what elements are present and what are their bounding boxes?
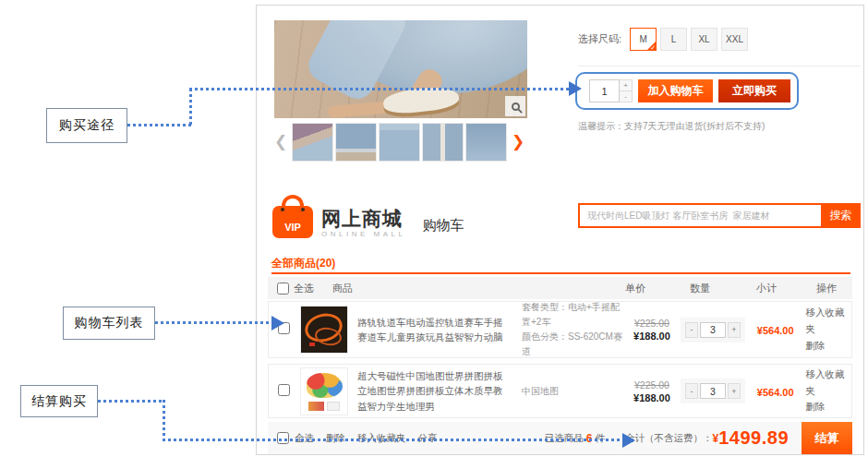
annotation-connector bbox=[163, 400, 165, 440]
total-amount: 1499.89 bbox=[718, 427, 789, 449]
magnifier-icon bbox=[512, 102, 520, 111]
search-bar: 搜索 bbox=[578, 203, 861, 228]
bag-dot bbox=[301, 208, 305, 211]
quantity-stepper: + - bbox=[589, 79, 633, 102]
current-price: ¥188.00 bbox=[623, 331, 681, 342]
annotation-connector bbox=[189, 89, 192, 126]
row-quantity-input[interactable] bbox=[700, 383, 726, 399]
spec-line: 颜色分类：SS-620CM赛道 bbox=[522, 330, 623, 359]
size-selector: 选择尺码: M ✓ L XL XXL bbox=[578, 28, 752, 51]
annotation-connector bbox=[98, 400, 165, 403]
size-option-l[interactable]: L bbox=[660, 28, 687, 51]
row-quantity-stepper: - + bbox=[681, 318, 745, 343]
product-specs: 套餐类型：电动+手摇配置+2车 颜色分类：SS-620CM赛道 bbox=[522, 300, 623, 359]
car-shape bbox=[309, 343, 315, 346]
bag-dot bbox=[281, 208, 284, 211]
site-header: VIP 网上商城 ONLINE MALL 购物车 bbox=[272, 195, 464, 238]
cart-section-title: 全部商品(20) bbox=[271, 256, 335, 271]
prev-arrow-icon[interactable]: ❮ bbox=[274, 123, 287, 162]
map-shape bbox=[307, 373, 343, 398]
options-divider bbox=[578, 66, 861, 66]
size-option-xl[interactable]: XL bbox=[691, 28, 717, 51]
buy-action-group: + - 加入购物车 立即购买 bbox=[575, 72, 799, 110]
return-policy-tip: 温馨提示：支持7天无理由退货(拆封后不支持) bbox=[578, 120, 765, 133]
row-quantity-stepper: - + bbox=[681, 379, 745, 403]
brand-block: 网上商城 ONLINE MALL bbox=[321, 208, 405, 238]
annotation-connector bbox=[163, 439, 624, 441]
size-option-label: L bbox=[671, 34, 677, 44]
product-specs: 中国地图 bbox=[522, 384, 623, 399]
annotation-arrow-icon bbox=[622, 433, 635, 448]
row-subtotal: ¥564.00 bbox=[757, 387, 794, 398]
product-main-image bbox=[274, 20, 527, 118]
product-image-race-track[interactable] bbox=[300, 306, 348, 354]
checkout-button[interactable]: 结算 bbox=[802, 422, 852, 454]
row-checkbox[interactable] bbox=[278, 384, 290, 396]
delete-link[interactable]: 删除 bbox=[805, 399, 851, 415]
quantity-decrease-button[interactable]: - bbox=[620, 91, 633, 103]
select-all-checkbox[interactable] bbox=[277, 283, 289, 295]
original-price: ¥225.00 bbox=[623, 318, 681, 329]
current-price: ¥188.00 bbox=[623, 392, 681, 403]
annotation-connector bbox=[189, 88, 570, 90]
move-to-favorites-link[interactable]: 移入收藏夹 bbox=[805, 367, 851, 400]
quantity-input[interactable] bbox=[589, 79, 620, 102]
size-option-m[interactable]: M ✓ bbox=[630, 28, 657, 51]
annotation-connector bbox=[155, 321, 273, 324]
quantity-increase-button[interactable]: + bbox=[728, 322, 741, 338]
annotation-arrow-icon bbox=[569, 81, 582, 96]
size-option-xxl[interactable]: XXL bbox=[721, 28, 748, 51]
cart-row: 路轨轨道车电动遥控轨道赛车手摇赛道车儿童男孩玩具益智智力动脑 套餐类型：电动+手… bbox=[268, 301, 852, 358]
vip-bag-logo-icon: VIP bbox=[272, 195, 313, 238]
size-selected-check-icon: ✓ bbox=[650, 44, 656, 52]
buy-now-button[interactable]: 立即购买 bbox=[718, 79, 790, 102]
search-button[interactable]: 搜索 bbox=[821, 203, 861, 228]
thumbnail-5[interactable] bbox=[465, 123, 507, 162]
spec-line: 套餐类型：电动+手摇配置+2车 bbox=[522, 300, 623, 330]
thumbnail-1[interactable] bbox=[292, 123, 333, 162]
zoom-image-button[interactable] bbox=[505, 96, 525, 116]
column-unit-price: 单价 bbox=[603, 282, 668, 295]
cart-row: 超大号磁性中国地图世界拼图拼板立地图世界拼图拼板立体木质早教益智力学生地理男 中… bbox=[268, 364, 852, 418]
product-title-link[interactable]: 超大号磁性中国地图世界拼图拼板立地图世界拼图拼板立体木质早教益智力学生地理男 bbox=[357, 368, 511, 414]
page-title: 购物车 bbox=[422, 217, 464, 238]
column-subtotal: 小计 bbox=[732, 282, 801, 295]
annotation-arrow-icon bbox=[271, 316, 284, 331]
column-product: 商品 bbox=[332, 282, 353, 295]
quantity-increase-button[interactable]: + bbox=[620, 79, 633, 91]
add-to-cart-button[interactable]: 加入购物车 bbox=[638, 79, 713, 102]
brand-name: 网上商城 bbox=[321, 208, 405, 230]
annotation-checkout: 结算购买 bbox=[20, 385, 98, 417]
delete-link[interactable]: 删除 bbox=[805, 338, 851, 355]
product-image-china-map[interactable] bbox=[300, 367, 348, 415]
annotation-cart-list: 购物车列表 bbox=[63, 307, 155, 340]
row-subtotal: ¥564.00 bbox=[757, 325, 794, 336]
original-price: ¥225.00 bbox=[623, 379, 681, 391]
product-cart-panel: ❮ ❯ 选择尺码: M ✓ L XL XXL + - bbox=[256, 5, 864, 455]
quantity-increase-button[interactable]: + bbox=[728, 383, 741, 399]
spec-line: 中国地图 bbox=[522, 384, 623, 399]
size-option-label: XL bbox=[698, 34, 709, 44]
column-actions: 操作 bbox=[801, 282, 852, 295]
move-to-favorites-link[interactable]: 移入收藏夹 bbox=[805, 305, 851, 338]
thumbnail-strip: ❮ ❯ bbox=[274, 123, 544, 162]
puzzle-piece-shape bbox=[327, 402, 340, 411]
total-label: 合计（不含运费）： bbox=[625, 432, 713, 445]
product-title-link[interactable]: 路轨轨道车电动遥控轨道赛车手摇赛道车儿童男孩玩具益智智力动脑 bbox=[357, 315, 511, 345]
puzzle-piece-shape bbox=[308, 402, 324, 411]
search-input[interactable] bbox=[578, 203, 821, 228]
size-label: 选择尺码: bbox=[578, 32, 621, 46]
annotation-connector bbox=[127, 124, 192, 126]
column-quantity: 数量 bbox=[668, 282, 732, 295]
quantity-decrease-button[interactable]: - bbox=[685, 322, 698, 338]
section-underline bbox=[271, 272, 850, 274]
thumbnail-4[interactable] bbox=[422, 123, 464, 162]
row-quantity-input[interactable] bbox=[700, 322, 726, 338]
cart-table-header: 全选 商品 单价 数量 小计 操作 bbox=[268, 277, 852, 299]
next-arrow-icon[interactable]: ❯ bbox=[512, 123, 524, 162]
thumbnail-2[interactable] bbox=[335, 123, 377, 162]
select-all-label: 全选 bbox=[294, 282, 314, 295]
thumbnail-3[interactable] bbox=[379, 123, 420, 162]
quantity-decrease-button[interactable]: - bbox=[685, 383, 698, 399]
size-option-label: XXL bbox=[726, 34, 743, 44]
